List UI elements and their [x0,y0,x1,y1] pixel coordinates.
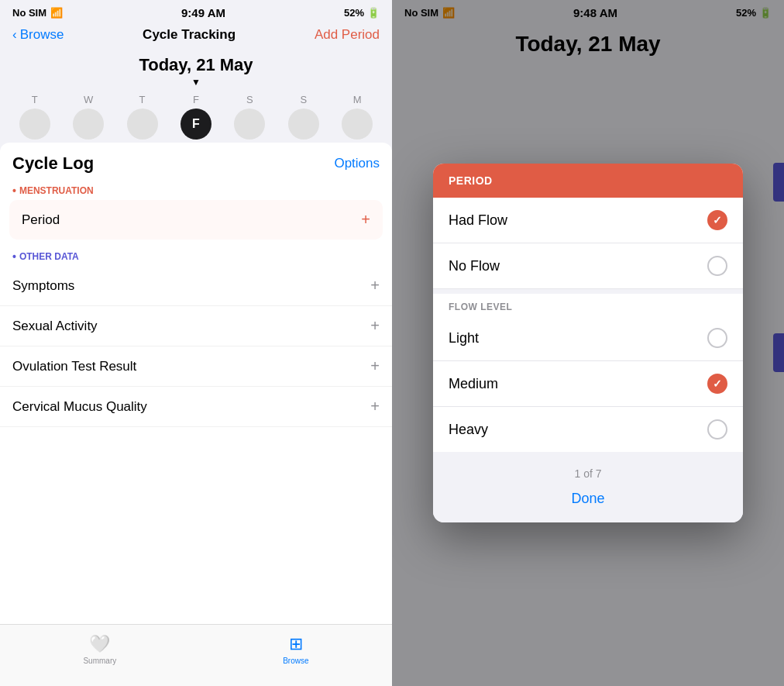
medium-label: Medium [449,376,498,392]
other-data-label: OTHER DATA [0,243,392,266]
sexual-activity-item[interactable]: Sexual Activity + [0,306,392,346]
heavy-label: Heavy [449,422,488,438]
modal-body: Had Flow No Flow FLOW LEVEL Light Med [433,198,743,452]
sexual-activity-label: Sexual Activity [12,319,98,334]
heavy-radio[interactable] [707,419,727,440]
light-radio[interactable] [707,328,727,348]
nav-bar: ‹ Browse Cycle Tracking Add Period [0,22,392,49]
nav-title: Cycle Tracking [143,27,236,43]
tab-browse[interactable]: ⊞ Browse [283,634,308,665]
ovulation-label: Ovulation Test Result [12,359,136,374]
cal-circle-1 [73,109,104,140]
modal-footer: 1 of 7 Done [433,452,743,522]
time-left: 9:49 AM [181,6,225,19]
medium-option[interactable]: Medium [433,361,743,407]
modal-overlay: PERIOD Had Flow No Flow FLOW LEVEL [392,0,784,686]
cal-letter-5: S [300,94,307,105]
cal-day-0: T [13,94,57,140]
status-bar-left: No SIM 📶 9:49 AM 52% 🔋 [0,0,392,22]
no-flow-label: No Flow [449,258,500,274]
period-add-icon[interactable]: + [361,211,370,229]
cycle-log-section: Cycle Log Options MENSTRUATION Period + … [0,143,392,686]
cal-letter-6: M [353,94,362,105]
battery-left: 52% 🔋 [344,7,380,19]
cal-circle-2 [127,109,158,140]
cervical-label: Cervical Mucus Quality [12,399,147,415]
sexual-activity-add-icon[interactable]: + [370,317,380,335]
cal-letter-0: T [32,94,38,105]
cal-day-2: T [121,94,164,140]
symptoms-item[interactable]: Symptoms + [0,266,392,306]
cal-letter-2: T [139,94,146,105]
menstruation-label: MENSTRUATION [0,180,392,200]
done-button[interactable]: Done [449,491,727,507]
flow-level-label: FLOW LEVEL [433,289,743,315]
carrier-left: No SIM [12,7,46,19]
ovulation-item[interactable]: Ovulation Test Result + [0,346,392,387]
tab-summary[interactable]: 🤍 Summary [83,634,116,665]
date-header-left: Today, 21 May [0,49,392,77]
cal-circle-6 [342,109,373,140]
modal-title: PERIOD [449,174,727,187]
summary-tab-label: Summary [83,657,116,665]
right-panel: No SIM 📶 9:48 AM 52% 🔋 Today, 21 May PER… [392,0,784,686]
cal-circle-3: F [181,109,211,140]
period-label: Period [22,212,60,228]
cycle-log-title: Cycle Log [12,153,94,174]
cervical-item[interactable]: Cervical Mucus Quality + [0,387,392,427]
had-flow-radio[interactable] [707,210,727,230]
calendar-row: T W T F F S S M [0,91,392,143]
back-chevron-icon: ‹ [12,27,17,43]
symptoms-label: Symptoms [12,278,74,294]
browse-tab-label: Browse [283,657,308,665]
status-left: No SIM 📶 [12,7,63,19]
heavy-option[interactable]: Heavy [433,407,743,452]
no-flow-radio[interactable] [707,256,727,276]
cal-day-5: S [282,94,325,140]
heart-icon: 🤍 [89,634,110,654]
tab-bar: 🤍 Summary ⊞ Browse [0,624,392,686]
period-modal: PERIOD Had Flow No Flow FLOW LEVEL [433,164,743,522]
cervical-add-icon[interactable]: + [370,398,380,415]
symptoms-add-icon[interactable]: + [370,277,380,295]
had-flow-option[interactable]: Had Flow [433,198,743,243]
ovulation-add-icon[interactable]: + [370,357,380,375]
cal-circle-0 [19,109,50,140]
modal-header: PERIOD [433,164,743,198]
cal-circle-5 [288,109,319,140]
cal-letter-4: S [246,94,253,105]
options-button[interactable]: Options [334,156,380,171]
no-flow-option[interactable]: No Flow [433,243,743,289]
cal-day-3[interactable]: F F [174,94,218,140]
calendar-arrow: ▼ [0,77,392,88]
had-flow-label: Had Flow [449,212,507,229]
period-item[interactable]: Period + [9,200,383,240]
page-indicator: 1 of 7 [449,467,727,480]
wifi-icon-left: 📶 [50,7,63,19]
back-button[interactable]: ‹ Browse [12,27,64,43]
battery-icon-left: 🔋 [367,7,380,19]
medium-radio[interactable] [707,374,727,394]
battery-label-left: 52% [344,7,364,19]
cal-day-4: S [228,94,271,140]
light-option[interactable]: Light [433,315,743,361]
cal-day-1: W [67,94,110,140]
cal-day-6: M [335,94,379,140]
back-label[interactable]: Browse [20,27,64,43]
cal-letter-1: W [84,94,93,105]
cal-circle-4 [234,109,265,140]
cal-letter-3: F [193,94,199,105]
left-panel: No SIM 📶 9:49 AM 52% 🔋 ‹ Browse Cycle Tr… [0,0,392,686]
browse-icon: ⊞ [289,634,303,654]
cycle-log-header: Cycle Log Options [0,143,392,180]
add-period-button[interactable]: Add Period [315,27,380,43]
light-label: Light [449,330,479,346]
